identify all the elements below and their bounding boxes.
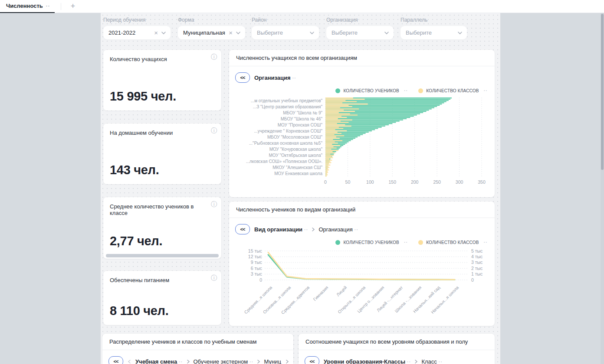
- chart-legend: КОЛИЧЕСТВО УЧЕНИКОВ ·· КОЛИЧЕСТВО КЛАССО…: [335, 240, 488, 245]
- kpi-title: На домашнем обучении: [110, 130, 173, 136]
- tab-bar: Численность ·· +: [0, 0, 604, 13]
- svg-text:9 тыс: 9 тыс: [251, 260, 262, 265]
- svg-text:3 тыс: 3 тыс: [251, 271, 262, 276]
- breadcrumb-education-levels[interactable]: Уровни образования-Классы··: [324, 358, 411, 364]
- svg-text:2 тыс: 2 тыс: [471, 266, 483, 271]
- breadcrumb-menu-icon[interactable]: ··: [304, 227, 308, 232]
- chevron-right-icon: [257, 359, 260, 364]
- kpi-card-students-total: Количество учащихся ⓘ 15 995 чел.: [103, 50, 221, 110]
- tab-divider: [61, 3, 61, 10]
- chart-title: Численность учеников по видам организаци…: [229, 202, 495, 218]
- breadcrumb-menu-icon[interactable]: ··: [292, 75, 296, 81]
- parallel-select[interactable]: Выберите: [400, 26, 467, 39]
- svg-text:350: 350: [478, 179, 486, 185]
- legend-item-classes[interactable]: КОЛИЧЕСТВО КЛАССОВ ··: [418, 240, 488, 245]
- svg-text:6 тыс: 6 тыс: [251, 266, 262, 271]
- canvas-left-gutter: [0, 13, 101, 364]
- select-placeholder: Выберите: [257, 29, 309, 36]
- breadcrumb-organization[interactable]: Организация··: [254, 75, 296, 81]
- chevron-down-icon[interactable]: [236, 31, 241, 35]
- page-scrollbar-thumb[interactable]: [601, 14, 604, 170]
- drilldown-toolbar: << Организация··: [235, 72, 296, 83]
- svg-text:МОУ "Пронская СОШ": МОУ "Пронская СОШ": [278, 123, 323, 127]
- breadcrumb-scroll-left-icon[interactable]: [128, 359, 131, 364]
- line-chart-plot[interactable]: 15 тыс5 тыс12 тыс4 тыс9 тыс3 тыс6 тыс2 т…: [233, 245, 490, 329]
- breadcrumb-menu-icon[interactable]: ··: [179, 359, 183, 364]
- collapse-breadcrumbs-button[interactable]: <<: [108, 356, 123, 364]
- breadcrumb-org-type[interactable]: Вид организации··: [254, 226, 308, 233]
- svg-text:МБОУ "Школа № 46": МБОУ "Школа № 46": [281, 117, 323, 121]
- collapse-breadcrumbs-button[interactable]: <<: [235, 224, 250, 234]
- svg-text:..."Рыбновская основная школа: ..."Рыбновская основная школа №5": [249, 141, 323, 146]
- breadcrumb-menu-icon[interactable]: ··: [407, 359, 411, 364]
- drilldown-toolbar: << Уровни образования-Классы·· Класс··: [305, 356, 489, 364]
- kpi-card-avg-class-size: Среднее количество учеников в классе ⓘ 2…: [103, 197, 221, 259]
- tab-label: Численность: [6, 3, 43, 9]
- info-icon[interactable]: ⓘ: [211, 201, 217, 208]
- collapse-breadcrumbs-button[interactable]: <<: [305, 356, 319, 364]
- breadcrumb-organization[interactable]: Организация··: [318, 226, 358, 233]
- chevron-right-icon: [187, 359, 190, 364]
- chart-card-gender-levels: Соотношение учащихся по всем уровням обр…: [299, 334, 495, 364]
- drilldown-toolbar: << Учебная смена·· Обучение экстерном·· …: [108, 356, 287, 364]
- filter-form: Форма Муниципальная ×: [178, 17, 245, 39]
- kpi-title: Среднее количество учеников в классе: [110, 203, 210, 216]
- chart-card-shifts: Распределение учеников и классов по учеб…: [102, 334, 293, 364]
- info-icon[interactable]: ⓘ: [211, 53, 217, 61]
- district-select[interactable]: Выберите: [252, 26, 319, 39]
- svg-text:200: 200: [411, 179, 419, 185]
- page-scrollbar[interactable]: [601, 13, 604, 364]
- form-select[interactable]: Муниципальная ×: [178, 26, 245, 39]
- svg-text:5 тыс: 5 тыс: [471, 248, 483, 254]
- chevron-down-icon[interactable]: [309, 31, 315, 35]
- bar-chart-plot[interactable]: 050100150200250300350...м отдельных учеб…: [233, 91, 490, 197]
- kpi-value: 15 995 чел.: [110, 89, 176, 104]
- svg-text:...лковская СОШ» «Полянская ОО: ...лковская СОШ» «Полянская ООШ».: [246, 159, 322, 164]
- chevron-right-icon: [414, 359, 418, 364]
- breadcrumb-label: Обучение экстерном: [194, 358, 248, 364]
- info-icon[interactable]: ⓘ: [211, 274, 217, 282]
- chevron-down-icon[interactable]: [457, 31, 463, 35]
- collapse-breadcrumbs-button[interactable]: <<: [235, 72, 250, 83]
- legend-dot-icon: [335, 240, 340, 245]
- legend-item-students[interactable]: КОЛИЧЕСТВО УЧЕНИКОВ ··: [335, 240, 408, 245]
- breadcrumb-menu-icon[interactable]: ··: [439, 359, 443, 364]
- organization-select[interactable]: Выберите: [326, 26, 394, 39]
- select-placeholder: Выберите: [332, 29, 384, 36]
- filter-organization: Организация Выберите: [326, 17, 394, 39]
- horizontal-scrollbar[interactable]: [106, 254, 219, 257]
- tab-menu-icon[interactable]: ··: [46, 3, 50, 9]
- kpi-card-home-schooling: На домашнем обучении ⓘ 143 чел.: [103, 124, 221, 184]
- kpi-card-meals-provided: Обеспечены питанием ⓘ 8 110 чел.: [103, 271, 221, 325]
- kpi-title: Обеспечены питанием: [110, 277, 169, 283]
- breadcrumb-label: Организация: [254, 75, 291, 81]
- chevron-down-icon[interactable]: [384, 31, 389, 35]
- chart-title: Распределение учеников и классов по учеб…: [102, 334, 293, 350]
- svg-text:МБОУ "Школа № 9": МБОУ "Школа № 9": [283, 110, 322, 115]
- breadcrumb-scroll-right-icon[interactable]: [286, 359, 289, 364]
- svg-text:1 тыс: 1 тыс: [471, 271, 483, 276]
- breadcrumb-external-study[interactable]: Обучение экстерном··: [194, 358, 254, 364]
- add-tab-button[interactable]: +: [67, 2, 79, 11]
- breadcrumb-class[interactable]: Класс··: [421, 358, 443, 364]
- info-icon[interactable]: ⓘ: [211, 127, 217, 135]
- svg-text:150: 150: [389, 179, 397, 185]
- filter-label: Форма: [178, 17, 245, 23]
- tab-chislennost[interactable]: Численность ··: [0, 0, 55, 13]
- svg-text:300: 300: [456, 179, 463, 185]
- clear-icon[interactable]: ×: [154, 29, 158, 36]
- legend-menu-icon[interactable]: ··: [404, 240, 408, 245]
- breadcrumb-label: Учебная смена: [135, 358, 177, 364]
- breadcrumb-shift[interactable]: Учебная смена··: [135, 358, 183, 364]
- breadcrumb-menu-icon[interactable]: ··: [355, 227, 358, 232]
- chevron-down-icon[interactable]: [161, 31, 166, 35]
- period-select[interactable]: 2021-2022 ×: [103, 26, 171, 39]
- filter-label: Параллель: [400, 17, 467, 23]
- breadcrumb-menu-icon[interactable]: ··: [249, 359, 253, 364]
- kpi-title: Количество учащихся: [110, 56, 167, 62]
- chart-title: Численность учащихся по всем организация…: [229, 50, 495, 66]
- legend-label: КОЛИЧЕСТВО УЧЕНИКОВ: [343, 240, 399, 245]
- clear-icon[interactable]: ×: [229, 29, 233, 36]
- legend-menu-icon[interactable]: ··: [484, 240, 488, 245]
- breadcrumb-municipal[interactable]: Муниц: [264, 358, 281, 364]
